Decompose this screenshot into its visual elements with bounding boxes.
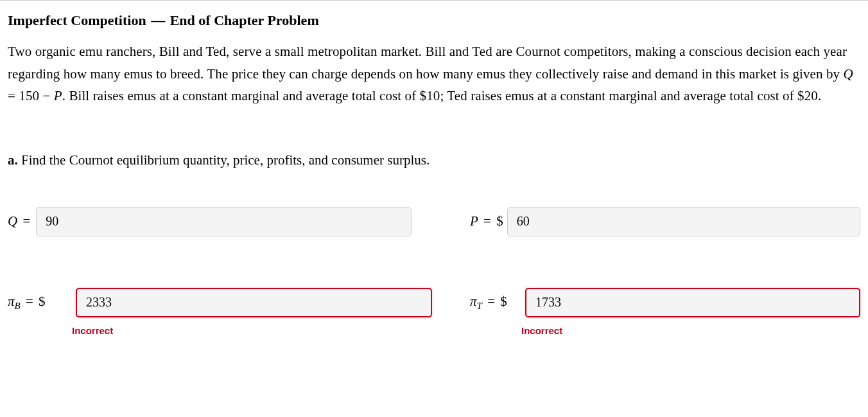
input-piT[interactable]	[525, 288, 860, 317]
para-post: . Bill raises emus at a constant margina…	[62, 88, 822, 103]
label-Q: Q =	[8, 213, 32, 229]
answer-P-cell: P = $	[470, 207, 860, 236]
label-piB: πB = $	[8, 294, 72, 312]
part-a-prompt: a. Find the Cournot equilibrium quantity…	[8, 152, 860, 168]
problem-statement: Two organic emu ranchers, Bill and Ted, …	[8, 40, 860, 107]
input-P[interactable]	[507, 207, 860, 236]
para-pre: Two organic emu ranchers, Bill and Ted, …	[8, 44, 847, 82]
eq-mid: = 150 −	[8, 88, 54, 103]
page-title: Imperfect Competition — End of Chapter P…	[8, 12, 860, 29]
title-dash: —	[151, 12, 165, 28]
part-a-text: Find the Cournot equilibrium quantity, p…	[18, 152, 430, 168]
label-piT: πT = $	[470, 294, 521, 312]
part-a-label: a.	[8, 152, 18, 168]
answer-piB-cell: πB = $ Incorrect	[8, 288, 470, 336]
answer-Q-cell: Q =	[8, 207, 470, 236]
feedback-piT: Incorrect	[470, 325, 860, 336]
answers-row-1: Q = P = $	[8, 207, 860, 236]
eq-P: P	[54, 88, 62, 103]
title-part2: End of Chapter Problem	[170, 12, 319, 28]
problem-content: Imperfect Competition — End of Chapter P…	[0, 1, 868, 362]
title-part1: Imperfect Competition	[8, 12, 146, 28]
eq-Q: Q	[844, 66, 853, 82]
answers-row-2: πB = $ Incorrect πT = $ Incorrect	[8, 288, 860, 336]
feedback-piB: Incorrect	[8, 325, 470, 336]
input-Q[interactable]	[36, 207, 412, 236]
label-P: P = $	[470, 213, 503, 229]
answer-piT-cell: πT = $ Incorrect	[470, 288, 860, 336]
input-piB[interactable]	[76, 288, 432, 317]
